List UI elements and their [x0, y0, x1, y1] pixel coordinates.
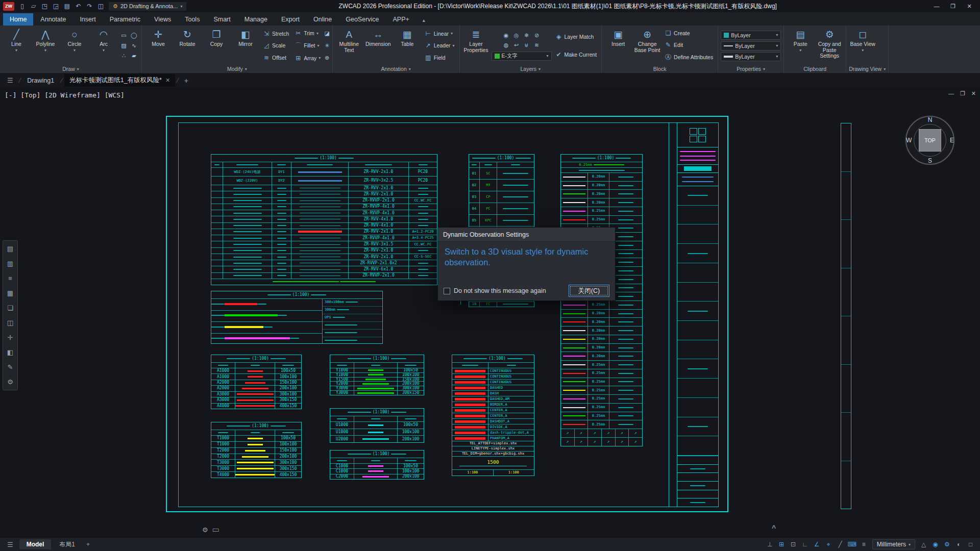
- add-layout-button[interactable]: +: [83, 541, 93, 548]
- lineweight-select[interactable]: ByLayer▾: [721, 52, 781, 61]
- move-panel-button[interactable]: ✛: [4, 331, 16, 344]
- print-button[interactable]: ▤: [62, 1, 72, 11]
- model-tab[interactable]: Model: [19, 539, 52, 549]
- trim-button[interactable]: ✂Trim▾: [292, 29, 323, 37]
- lineweight-toggle[interactable]: ≡: [859, 539, 869, 550]
- tab-home[interactable]: Home: [3, 13, 33, 26]
- list-button[interactable]: ≡: [4, 271, 16, 285]
- layer-walk-button[interactable]: ≋: [532, 41, 542, 50]
- dialog-title[interactable]: Dynamic Observation Settings: [438, 228, 615, 242]
- units-dropdown[interactable]: Millimeters ▾: [872, 539, 915, 549]
- copy-and-paste-settings-button[interactable]: ⚙Copy and Paste Settings: [816, 27, 843, 65]
- dynamic-input-toggle[interactable]: ⌨: [847, 539, 857, 550]
- expand-panel-chevron[interactable]: ^: [772, 524, 776, 532]
- copy-button[interactable]: ❐Copy: [203, 27, 230, 65]
- dimension-button[interactable]: ↔Dimension: [364, 27, 392, 65]
- annotation-visibility-toggle[interactable]: ◉: [930, 539, 941, 550]
- panel-label-annotation[interactable]: Annotation▾: [335, 65, 457, 73]
- sheet-list-button[interactable]: ▥: [4, 257, 16, 270]
- layer-lock-button[interactable]: ⊘: [532, 31, 542, 40]
- command-bar-collapsed[interactable]: ⚙ ▭: [202, 524, 219, 535]
- grid-toggle[interactable]: ⊞: [776, 539, 787, 550]
- menu-icon[interactable]: ☰: [3, 77, 17, 84]
- rotate-button[interactable]: ↻Rotate: [174, 27, 201, 65]
- maximize-button[interactable]: ❐: [945, 1, 961, 11]
- layer-merge-button[interactable]: ⊎: [522, 41, 531, 50]
- viewport-controls-label[interactable]: [-] [Top] [2D Wireframe] [WCS]: [5, 91, 125, 99]
- polar-toggle[interactable]: ∠: [812, 539, 822, 550]
- viewcube-east[interactable]: E: [950, 137, 954, 144]
- line-button[interactable]: ╱Line▾: [3, 27, 30, 65]
- spline-button[interactable]: ∿: [129, 41, 139, 51]
- linetype-select[interactable]: ByLayer▾: [721, 41, 781, 51]
- close-button[interactable]: ✕: [962, 1, 977, 11]
- layer-properties-button[interactable]: ≣Layer Properties: [462, 27, 490, 65]
- edit-button[interactable]: ✎Edit: [663, 41, 715, 49]
- leader-button[interactable]: ↗Leader▾: [423, 41, 457, 49]
- plot-preview-button[interactable]: ◫: [95, 1, 106, 11]
- edit-panel-button[interactable]: ✎: [4, 360, 16, 374]
- workspace-gear-toggle[interactable]: ⚙: [942, 539, 952, 550]
- tab-smart[interactable]: Smart: [207, 13, 237, 26]
- move-button[interactable]: ✛Move: [144, 27, 172, 65]
- tab-online[interactable]: Online: [307, 13, 338, 26]
- command-input-stub[interactable]: ▭: [212, 525, 219, 534]
- layer-isolate-button[interactable]: ◍: [501, 41, 511, 50]
- dialog-close-button[interactable]: 关闭(C): [569, 285, 609, 297]
- compare-button[interactable]: ◫: [4, 316, 16, 330]
- minimize-button[interactable]: —: [929, 1, 944, 11]
- tab-tools[interactable]: Tools: [178, 13, 206, 26]
- viewport-restore-button[interactable]: ❐: [960, 90, 965, 97]
- save-button[interactable]: ◳: [39, 1, 50, 11]
- region-button[interactable]: ▰: [129, 51, 139, 61]
- collapse-ribbon-icon[interactable]: ▴: [420, 15, 428, 26]
- panel-label-block[interactable]: Block: [604, 65, 715, 73]
- zwcad-logo-icon[interactable]: ZW: [3, 2, 14, 11]
- layer-previous-button[interactable]: ↩: [511, 41, 521, 50]
- array-button[interactable]: ⊞Array▾: [292, 54, 323, 62]
- change-base-point-button[interactable]: ⊕Change Base Point: [633, 27, 661, 65]
- viewcube-north[interactable]: N: [901, 116, 959, 123]
- panel-label-layers[interactable]: Layers▾: [462, 65, 599, 73]
- circle-button[interactable]: ○Circle▾: [61, 27, 88, 65]
- annotation-scale-toggle[interactable]: △: [918, 539, 929, 550]
- make-current-button[interactable]: ✔Make Current: [553, 51, 599, 59]
- doc-tab[interactable]: 光标卡顿测试图纸1_有版权风险*✕: [64, 74, 176, 87]
- redo-button[interactable]: ↷: [84, 1, 95, 11]
- tab-views[interactable]: Views: [148, 13, 178, 26]
- erase-button[interactable]: ◪: [324, 30, 329, 37]
- properties-panel-button[interactable]: ▤: [4, 242, 16, 256]
- define-attributes-button[interactable]: ⒶDefine Attributes: [663, 53, 715, 62]
- panel-label-clipboard[interactable]: Clipboard: [787, 65, 843, 73]
- panel-label-properties[interactable]: Properties▾: [721, 65, 781, 73]
- table-panel-button[interactable]: ▦: [4, 286, 16, 300]
- arc-button[interactable]: ◠Arc▾: [90, 27, 117, 65]
- layer-freeze-button[interactable]: ❄: [522, 31, 531, 40]
- offset-button[interactable]: ≋Offset: [261, 54, 291, 62]
- join-button[interactable]: ⊕: [324, 55, 329, 61]
- isolate-objects-toggle[interactable]: ◐: [953, 539, 964, 550]
- snap-toggle[interactable]: ⊡: [788, 539, 799, 550]
- paste-button[interactable]: ▤Paste▾: [787, 27, 814, 65]
- gear-icon[interactable]: ⚙: [202, 526, 208, 534]
- viewcube-west[interactable]: W: [906, 137, 912, 144]
- layout-menu-icon[interactable]: ☰: [4, 541, 16, 548]
- point-button[interactable]: ∴: [119, 51, 129, 61]
- open-folder-button[interactable]: ▱: [28, 1, 39, 11]
- tab-parametric[interactable]: Parametric: [103, 13, 147, 26]
- otrack-toggle[interactable]: ╱: [835, 539, 846, 550]
- doc-tab[interactable]: Drawing1: [22, 75, 59, 86]
- tab-annotate[interactable]: Annotate: [34, 13, 72, 26]
- clean-screen-toggle[interactable]: □: [965, 539, 976, 550]
- block-panel-button[interactable]: ❏: [4, 301, 16, 315]
- panel-label-drawing-view[interactable]: Drawing View▾: [849, 65, 886, 73]
- viewcube-south[interactable]: S: [901, 157, 959, 164]
- base-view-button[interactable]: ◻Base View▾: [849, 27, 876, 65]
- polyline-button[interactable]: ⋀Polyline▾: [32, 27, 59, 65]
- settings-panel-button[interactable]: ⚙: [4, 375, 16, 389]
- tab-manage[interactable]: Manage: [238, 13, 274, 26]
- hatch-button[interactable]: ▨: [119, 41, 129, 51]
- field-button[interactable]: ▥Field: [423, 54, 457, 62]
- layer-off-button[interactable]: ◎: [511, 31, 521, 40]
- viewcube-top-face[interactable]: TOP: [919, 129, 941, 152]
